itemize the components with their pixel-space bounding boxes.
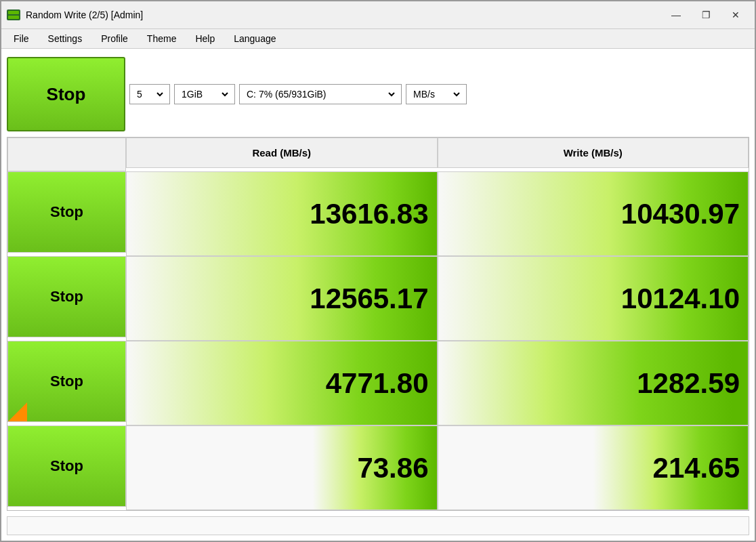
app-icon <box>7 9 20 20</box>
count-select[interactable]: 5 1 3 10 <box>134 88 165 100</box>
minimize-button[interactable]: — <box>663 5 690 24</box>
row4-stop-button[interactable]: Stop <box>7 425 126 507</box>
row2-write-value: 10124.10 <box>438 256 749 341</box>
menu-item-language[interactable]: Language <box>224 30 285 47</box>
read-header: Read (MB/s) <box>126 138 438 168</box>
drive-select[interactable]: C: 7% (65/931GiB) <box>244 88 397 100</box>
toolbar-row: Stop 5 1 3 10 1GiB 512MiB 2GiB C: 7% (65… <box>7 54 749 134</box>
svg-rect-1 <box>8 11 19 14</box>
row4-read-value: 73.86 <box>126 425 438 510</box>
svg-rect-2 <box>8 16 19 19</box>
drive-dropdown[interactable]: C: 7% (65/931GiB) <box>239 84 402 104</box>
count-dropdown[interactable]: 5 1 3 10 <box>129 84 170 104</box>
size-select[interactable]: 1GiB 512MiB 2GiB <box>179 88 230 100</box>
row1-stop-button[interactable]: Stop <box>7 171 126 253</box>
close-button[interactable]: ✕ <box>722 5 749 24</box>
window-controls: — ❐ ✕ <box>663 5 749 24</box>
restore-button[interactable]: ❐ <box>692 5 719 24</box>
status-bar <box>7 516 749 535</box>
row1-write-value: 10430.97 <box>438 171 749 256</box>
row3-stop-button[interactable]: Stop <box>7 341 126 422</box>
unit-select[interactable]: MB/s GB/s IOPS <box>411 88 462 100</box>
menu-item-settings[interactable]: Settings <box>39 30 92 47</box>
row3-read-value: 4771.80 <box>126 341 438 425</box>
write-header: Write (MB/s) <box>438 138 749 168</box>
data-grid: Read (MB/s) Write (MB/s) Stop 13616.83 1… <box>7 137 749 511</box>
menu-item-file[interactable]: File <box>4 30 39 47</box>
menu-item-theme[interactable]: Theme <box>138 30 186 47</box>
main-content: Stop 5 1 3 10 1GiB 512MiB 2GiB C: 7% (65… <box>1 49 755 541</box>
title-bar: Random Write (2/5) [Admin] — ❐ ✕ <box>1 1 755 29</box>
size-dropdown[interactable]: 1GiB 512MiB 2GiB <box>174 84 235 104</box>
menu-item-help[interactable]: Help <box>186 30 224 47</box>
menu-item-profile[interactable]: Profile <box>91 30 138 47</box>
row2-read-value: 12565.17 <box>126 256 438 341</box>
main-stop-button[interactable]: Stop <box>7 57 125 131</box>
row2-stop-button[interactable]: Stop <box>7 256 126 337</box>
row3-write-value: 1282.59 <box>438 341 749 425</box>
window-title: Random Write (2/5) [Admin] <box>26 9 663 20</box>
header-empty <box>7 138 126 171</box>
unit-dropdown[interactable]: MB/s GB/s IOPS <box>406 84 467 104</box>
row1-read-value: 13616.83 <box>126 171 438 256</box>
row4-write-value: 214.65 <box>438 425 749 510</box>
menu-bar: FileSettingsProfileThemeHelpLanguage <box>1 29 755 49</box>
